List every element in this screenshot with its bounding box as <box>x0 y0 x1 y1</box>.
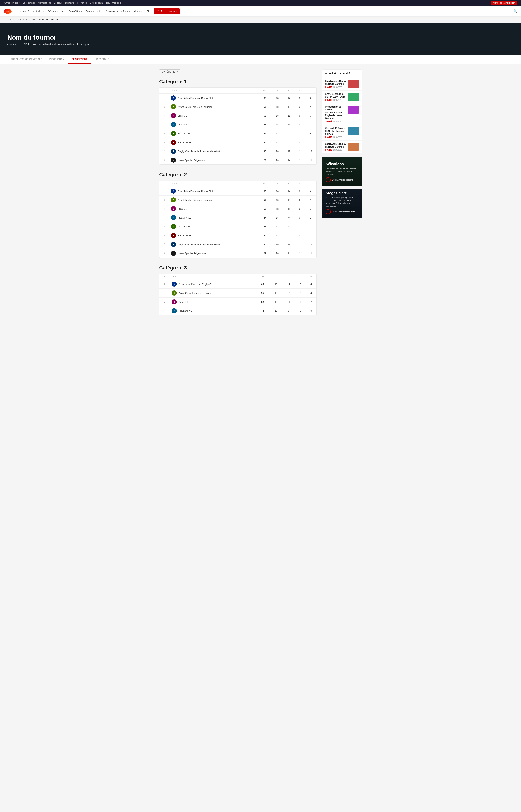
pts-cell: 40 <box>258 231 272 240</box>
topbar-federation[interactable]: La fédération <box>23 2 35 4</box>
search-icon[interactable]: 🔍 <box>514 9 517 13</box>
news-item[interactable]: Evénements de la Saison 2019 – 2020COMIT… <box>322 90 362 103</box>
club-cell: AAssociation Ploemeur Rugby Club <box>169 93 258 102</box>
p-cell: 4 <box>304 103 316 111</box>
login-button[interactable]: Connexion / inscription <box>491 1 517 5</box>
col-header-p: P <box>304 181 316 187</box>
selections-promo-card[interactable]: Sélections Découvrez les différentes sél… <box>322 157 362 186</box>
promo-arrow-icon: › <box>325 177 331 183</box>
breadcrumb-competition[interactable]: COMPETITION <box>20 19 35 21</box>
trouver-club-button[interactable]: 📍 Trouver un club <box>154 8 180 14</box>
club-cell: UUnion Sportive Acignolaise <box>169 156 258 165</box>
nav-contact[interactable]: Contact <box>132 9 144 13</box>
club-cell: BBrest UC <box>169 298 255 306</box>
n-cell: 0 <box>295 187 305 196</box>
g-cell: 12 <box>283 103 295 111</box>
topbar-cote-dirigeant[interactable]: Côté dirigeant <box>90 2 103 4</box>
nav-jouer-au-rugby[interactable]: Jouer au rugby <box>84 9 104 13</box>
tab-classement[interactable]: CLASSEMENT <box>68 55 91 64</box>
top-bar-right: Connexion / inscription <box>491 2 517 4</box>
pts-cell: 65 <box>255 280 270 289</box>
j-cell: 17 <box>272 231 283 240</box>
news-thumbnail <box>348 80 359 88</box>
club-cell: RRFC Kastellin <box>169 231 258 240</box>
club-name: Association Ploemeur Rugby Club <box>178 97 213 100</box>
col-header-n: N <box>295 274 306 280</box>
topbar-formation[interactable]: Formation <box>77 2 87 4</box>
pts-cell: 29 <box>258 156 272 165</box>
p-cell: 13 <box>304 147 316 156</box>
club-cell: PPlouzané AC <box>169 306 255 315</box>
category-filter-button[interactable]: CATÉGORIE ▾ <box>159 69 180 74</box>
nav-sengager[interactable]: S'engager et se former <box>104 9 132 13</box>
main-nav: CD31 Le comité Actualités Gérer mon club… <box>0 6 521 17</box>
p-cell: 7 <box>306 298 316 306</box>
table-row: 3BBrest UC52181107 <box>159 111 316 120</box>
club-name: Brest UC <box>178 114 187 117</box>
news-item[interactable]: Sport Adapté Rugby en Haute GaronneCOMIT… <box>322 78 362 90</box>
n-cell: 0 <box>295 306 306 315</box>
news-badge: COMITÉ <box>325 136 332 138</box>
n-cell: 1 <box>295 240 305 249</box>
category-filter: CATÉGORIE ▾ <box>159 69 317 74</box>
club-name: RFC Kastellin <box>178 141 192 144</box>
club-logo: B <box>172 299 177 304</box>
pts-cell: 52 <box>258 205 272 213</box>
n-cell: 2 <box>295 103 305 111</box>
news-item[interactable]: Présentation du Comité départemental de … <box>322 103 362 125</box>
promo-stages-link[interactable]: › Découvrir les stages d'été <box>325 209 358 214</box>
stages-promo-card[interactable]: Stages d'été Venez nombreux partager ave… <box>322 189 362 218</box>
tab-inscription[interactable]: INSCRIPTION <box>46 55 68 64</box>
n-cell: 1 <box>295 147 305 156</box>
logo[interactable]: CD31 <box>4 9 12 14</box>
col-header-g: G <box>283 181 295 187</box>
promo-stages-arrow-icon: › <box>325 209 331 214</box>
pts-cell: 44 <box>258 222 272 231</box>
j-cell: 18 <box>272 103 283 111</box>
nav-competitons[interactable]: Compétitons <box>67 9 84 13</box>
rank-cell: 8 <box>159 156 169 165</box>
j-cell: 18 <box>272 196 283 205</box>
p-cell: 4 <box>306 280 316 289</box>
promo-selections-link[interactable]: › Découvrir les sélections <box>325 177 358 183</box>
club-logo: P <box>171 215 176 220</box>
club-logo: A <box>171 104 176 109</box>
nav-plus[interactable]: Plus <box>145 9 153 13</box>
club-name: Union Sportive Acignolaise <box>178 252 206 255</box>
topbar-competitions[interactable]: Compétitions <box>38 2 51 4</box>
nav-le-comite[interactable]: Le comité <box>17 9 31 13</box>
news-item[interactable]: Sport Adapté Rugby en Haute GaronneCOMIT… <box>322 141 362 153</box>
news-info: Sport Adapté Rugby en Haute GaronneCOMIT… <box>325 80 346 88</box>
pts-cell: 35 <box>258 240 272 249</box>
club-cell: RRC Carhaix <box>169 222 258 231</box>
news-item[interactable]: Vendredi 10 Janvier 2020 : Sur la route … <box>322 125 362 141</box>
club-name: Avant Garde Laique de Fougeres <box>178 106 212 108</box>
p-cell: 9 <box>306 306 316 315</box>
tab-historique[interactable]: HISTORIQUE <box>91 55 113 64</box>
rank-cell: 1 <box>159 187 169 196</box>
standings-table-3: #ClubsPtsJGNP1AAssociation Ploemeur Rugb… <box>159 274 317 315</box>
topbar-boutique[interactable]: Boutique <box>54 2 62 4</box>
news-date: 19/10/2020 <box>333 121 342 123</box>
g-cell: 8 <box>283 138 295 147</box>
n-cell: 1 <box>295 129 305 138</box>
tab-presentation[interactable]: PRÉSENTATION GÉNÉRALE <box>7 55 46 64</box>
p-cell: 7 <box>304 111 316 120</box>
club-logo: A <box>171 189 176 194</box>
col-header-g: G <box>282 274 295 280</box>
topbar-billetterie[interactable]: Billetterie <box>65 2 74 4</box>
nav-gerer-mon-club[interactable]: Gérer mon club <box>46 9 66 13</box>
j-cell: 26 <box>272 240 283 249</box>
pts-cell: 44 <box>258 129 272 138</box>
news-badge: COMITÉ <box>325 86 332 88</box>
breadcrumb-accueil[interactable]: ACCUEIL <box>7 19 17 21</box>
hero-section: Nom du tournoi Découvrez et téléchargez … <box>0 23 521 55</box>
nav-actualites[interactable]: Actualités <box>31 9 45 13</box>
autres-comites-dropdown[interactable]: Autres comités ▾ <box>4 2 20 4</box>
club-name: RC Carhaix <box>178 132 190 135</box>
news-items-container: Sport Adapté Rugby en Haute GaronneCOMIT… <box>322 78 362 153</box>
sidebar: Actualités du comité Sport Adapté Rugby … <box>322 69 362 221</box>
topbar-ligue-occitanie[interactable]: Ligue Occitanie <box>106 2 121 4</box>
col-header-pts: Pts <box>258 181 272 187</box>
club-logo: R <box>171 224 176 229</box>
